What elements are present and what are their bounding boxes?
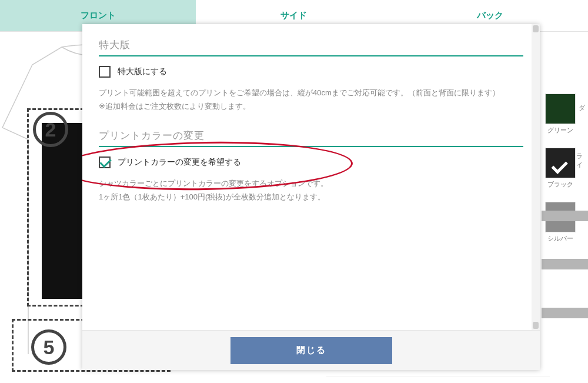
options-modal: 特大版 特大版にする プリント可能範囲を超えてのプリントをご希望の場合は、縦が4… <box>82 24 540 370</box>
colorchange-description: シャツカラーごとにプリントカラーの変更をするオプションです。 1ヶ所1色（1枚あ… <box>99 176 523 204</box>
color-swatch-column: グリーン ブラック シルバー <box>532 32 588 354</box>
checkbox-oversize-label: 特大版にする <box>118 66 167 77</box>
oversize-description: プリント可能範囲を超えてのプリントをご希望の場合は、縦が40cmまでご対応可能で… <box>99 86 523 114</box>
scroll-arrow-up-icon[interactable] <box>533 25 539 32</box>
swatch-green-label: グリーン <box>532 126 588 135</box>
checkbox-colorchange[interactable] <box>99 156 111 168</box>
swatch-extra-label-2: ライ <box>576 152 588 169</box>
modal-scrollbar[interactable] <box>532 24 540 330</box>
swatch-silver-label: シルバー <box>532 234 588 243</box>
area-badge-2: 2 <box>33 112 68 147</box>
modal-body: 特大版 特大版にする プリント可能範囲を超えてのプリントをご希望の場合は、縦が4… <box>82 24 540 330</box>
swatch-extra-strip-2 <box>542 259 588 269</box>
area-badge-5: 5 <box>31 329 66 365</box>
divider <box>326 377 550 377</box>
close-button[interactable]: 閉じる <box>230 337 392 364</box>
modal-footer: 閉じる <box>82 330 540 370</box>
swatch-black-selected[interactable] <box>545 148 576 178</box>
checkbox-colorchange-row[interactable]: プリントカラーの変更を希望する <box>99 156 523 168</box>
swatch-extra-strip-1 <box>542 211 588 221</box>
scroll-arrow-down-icon[interactable] <box>533 322 539 329</box>
checkbox-colorchange-label: プリントカラーの変更を希望する <box>118 157 241 168</box>
checkbox-oversize-row[interactable]: 特大版にする <box>99 66 523 78</box>
swatch-extra-strip-3 <box>542 308 588 318</box>
swatch-green[interactable] <box>545 94 576 124</box>
checkbox-oversize[interactable] <box>99 66 111 78</box>
swatch-black-label: ブラック <box>532 180 588 189</box>
section-title-colorchange: プリントカラーの変更 <box>99 129 523 147</box>
section-title-oversize: 特大版 <box>99 38 523 56</box>
swatch-extra-label-1: ダ <box>579 104 585 112</box>
